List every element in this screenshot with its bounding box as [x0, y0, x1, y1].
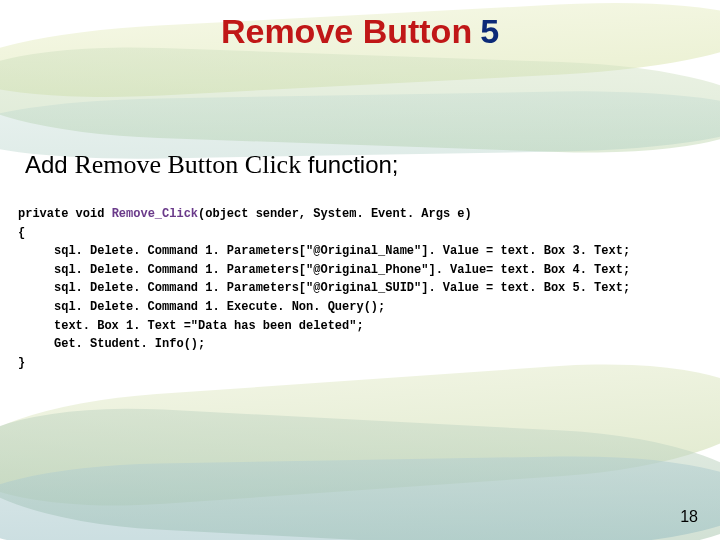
- code-identifier: Remove_Click: [112, 207, 198, 221]
- slide: Remove Button5 Add Remove Button Click f…: [0, 0, 720, 540]
- code-line: private void: [18, 207, 112, 221]
- code-line: {: [18, 226, 25, 240]
- title-text: Remove Button: [221, 12, 472, 50]
- code-line: sql. Delete. Command 1. Parameters["@Ori…: [18, 281, 630, 295]
- code-line: (object sender, System. Event. Args e): [198, 207, 472, 221]
- code-line: sql. Delete. Command 1. Parameters["@Ori…: [18, 263, 630, 277]
- decorative-wave: [0, 453, 720, 540]
- subtitle: Add Remove Button Click function;: [25, 150, 399, 180]
- code-line: }: [18, 356, 25, 370]
- subtitle-prefix: Add: [25, 151, 68, 178]
- code-line: Get. Student. Info();: [18, 337, 205, 351]
- code-line: sql. Delete. Command 1. Execute. Non. Qu…: [18, 300, 385, 314]
- title-number: 5: [480, 12, 499, 50]
- decorative-wave: [0, 41, 720, 159]
- subtitle-suffix: function;: [308, 151, 399, 178]
- code-line: sql. Delete. Command 1. Parameters["@Ori…: [18, 244, 630, 258]
- decorative-wave: [0, 352, 720, 518]
- page-number: 18: [680, 508, 698, 526]
- decorative-wave: [0, 399, 720, 540]
- page-title: Remove Button5: [0, 12, 720, 51]
- subtitle-func: Remove Button Click: [74, 150, 301, 179]
- code-line: text. Box 1. Text ="Data has been delete…: [18, 319, 364, 333]
- code-block: private void Remove_Click(object sender,…: [18, 205, 702, 372]
